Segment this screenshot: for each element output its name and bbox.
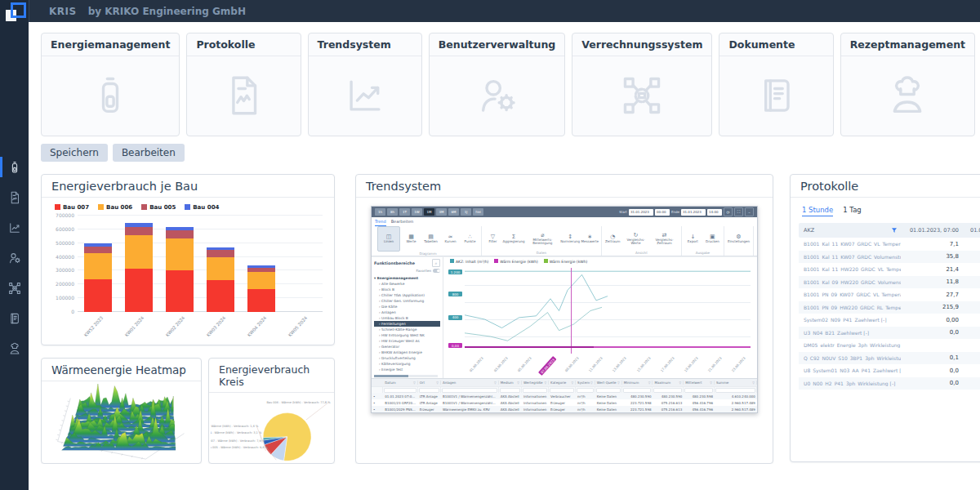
ribbon-button[interactable]: ◔Zeitraum (604, 233, 621, 245)
filter-input[interactable] (419, 388, 439, 393)
ribbon-button[interactable]: ⌀Mittelwerts-Bereinigung (526, 231, 559, 247)
tree-node[interactable]: › Die Kälte (374, 304, 440, 310)
trend-range-button[interactable]: 6M (448, 208, 459, 216)
module-card-protokolle[interactable]: Protokolle (186, 33, 301, 136)
sidebar-item-benutzerverwaltung[interactable] (0, 243, 29, 273)
ribbon-button[interactable]: ∗Messwerte (581, 233, 599, 245)
tree-node[interactable]: › BHKW Anlagen Energie (374, 350, 440, 355)
filter-icon[interactable]: ▽ (648, 381, 651, 385)
filter-input[interactable] (384, 388, 416, 393)
ribbon-button[interactable]: ↓Export (684, 233, 702, 245)
tree-node[interactable]: › Energie Test (374, 367, 440, 372)
ribbon-button[interactable]: ▤Tabellen (422, 233, 439, 245)
ribbon-button[interactable]: ⚙Einstellungen (727, 233, 751, 245)
chart-cursor-line[interactable] (571, 268, 572, 354)
tree-node[interactable]: › Anlagen (374, 310, 440, 315)
trend-range-button[interactable]: 8h (387, 208, 398, 216)
filter-icon[interactable]: ▽ (710, 381, 712, 385)
start-date-input[interactable]: 31.01.2023 (629, 209, 653, 216)
ribbon-button[interactable]: ↕Normierung (562, 233, 579, 245)
filter-input[interactable] (715, 388, 755, 393)
ribbon-tab-bearbeiten[interactable]: Bearbeiten (391, 219, 413, 226)
sidebar-item-dokumente[interactable] (0, 303, 29, 333)
trend-range-button[interactable]: 1h (375, 208, 385, 216)
trend-range-button[interactable]: 1M (424, 208, 434, 216)
tree-node[interactable]: › Alle Gewerke (374, 281, 440, 287)
ribbon-tab-trend[interactable]: Trend (375, 219, 386, 226)
minimize-icon[interactable]: – (745, 207, 754, 216)
filter-icon[interactable]: ▽ (571, 381, 573, 385)
ribbon-button[interactable]: ◫Linien (377, 226, 400, 252)
ribbon-button[interactable]: ΣAggregierung (504, 233, 523, 245)
filter-input[interactable] (684, 388, 713, 393)
protokolle-tab-1-tag[interactable]: 1 Tag (843, 206, 862, 216)
trend-range-button[interactable]: 1T (399, 208, 410, 216)
sidebar-item-rezeptmanagement[interactable] (0, 333, 29, 363)
tree-node[interactable]: › HW Erzeuger West As (374, 338, 440, 344)
tree-node[interactable]: › Kälteversorgung (374, 361, 440, 367)
filter-input[interactable] (523, 388, 547, 393)
filter-icon[interactable]: ▽ (679, 381, 682, 385)
trend-range-button[interactable]: 1W (412, 208, 422, 216)
app-logo[interactable] (0, 0, 29, 26)
filter-icon[interactable]: ▽ (617, 381, 620, 385)
filter-icon[interactable]: ▽ (590, 381, 593, 385)
start-time-input[interactable]: 00:00 (655, 209, 670, 216)
filter-input[interactable] (442, 388, 497, 393)
table-row[interactable]: •01.01.2023 07:00:00LTR AnlageB1001V1 / … (372, 393, 757, 399)
tree-node[interactable]: › Schnell-Kälte-Range (374, 327, 440, 332)
refresh-icon[interactable]: ⟳ (724, 207, 733, 216)
filter-input[interactable] (596, 388, 621, 393)
filter-icon[interactable]: ▽ (436, 381, 439, 385)
search-icon[interactable]: ⌕ (432, 259, 440, 267)
protokolle-tab-1-stunde[interactable]: 1 Stunde (802, 206, 833, 216)
filter-icon[interactable]: ▽ (752, 381, 755, 385)
module-card-rezeptmanagement[interactable]: Rezeptmanagement (840, 33, 975, 136)
ribbon-button[interactable]: ↻Vergleichs-Werte (624, 231, 648, 247)
edit-button[interactable]: Bearbeiten (113, 144, 185, 162)
end-time-input[interactable]: 14:00 (707, 209, 722, 216)
filter-input[interactable] (550, 388, 574, 393)
filter-icon[interactable]: ▽ (544, 381, 546, 385)
filter-icon[interactable]: ▽ (494, 381, 497, 385)
tree-node[interactable]: › Generator (374, 344, 440, 350)
sidebar-item-verrechnungssystem[interactable] (0, 273, 29, 303)
trend-range-button[interactable]: 1J (461, 208, 471, 216)
tree-node[interactable]: › Umbau Block B (374, 315, 440, 321)
save-button[interactable]: Speichern (41, 144, 108, 162)
ribbon-button[interactable]: ≈Kurven (442, 233, 459, 245)
filter-input[interactable] (653, 388, 682, 393)
tree-node[interactable]: › Block B (374, 287, 440, 292)
tree-root-node[interactable]: ▾ Energiemanagement (374, 275, 440, 281)
tree-node[interactable]: › Druckluftverteilung (374, 355, 440, 361)
filter-input[interactable] (623, 388, 652, 393)
ribbon-button[interactable]: ∴Punkte (461, 233, 479, 245)
tree-node[interactable]: › HW Entsorgung West NK (374, 332, 440, 338)
end-date-input[interactable]: 31.01.2023 (681, 209, 706, 216)
trend-range-button[interactable]: 3M (436, 208, 447, 216)
ribbon-button[interactable]: ⇄Vergleichs-Zeitraum (650, 231, 679, 247)
ribbon-button[interactable]: ▣Drucken (704, 233, 721, 245)
filter-icon[interactable]: ▽ (517, 381, 519, 385)
filter-icon[interactable]: ▽ (413, 381, 416, 385)
filter-input[interactable] (577, 388, 594, 393)
sidebar-item-trendsystem[interactable] (0, 212, 29, 243)
table-row[interactable]: •B1001/2029 PNS11 – DifferenzErzeugerWär… (372, 406, 757, 412)
ribbon-button[interactable]: ▦Werte (403, 233, 420, 245)
sidebar-item-energiemanagement[interactable] (0, 152, 29, 182)
fullscreen-icon[interactable]: ⛶ (734, 207, 743, 216)
module-card-energiemanagement[interactable]: Energiemanagement (41, 33, 180, 136)
module-card-verrechnungssystem[interactable]: Verrechnungssystem (572, 33, 712, 136)
table-row[interactable]: •B1001/23 GRF2023 – DifferenzLTR AnlageB… (372, 399, 757, 406)
filter-icon[interactable] (891, 227, 898, 234)
tree-node[interactable]: › Chiller Gen. Umformung (374, 298, 440, 304)
filter-input[interactable] (500, 388, 520, 393)
module-card-benutzerverwaltung[interactable]: Benutzerverwaltung (429, 33, 565, 136)
sidebar-item-protokolle[interactable] (0, 182, 29, 212)
tree-node[interactable]: › Chiller TGA (Applikation) (374, 292, 440, 298)
module-card-dokumente[interactable]: Dokumente (719, 33, 833, 136)
tree-scrollbar[interactable] (374, 375, 438, 377)
ribbon-button[interactable]: ▽Filter (484, 233, 501, 245)
module-card-trendsystem[interactable]: Trendsystem (308, 33, 422, 136)
tree-scrollbar-thumb[interactable] (374, 375, 408, 377)
